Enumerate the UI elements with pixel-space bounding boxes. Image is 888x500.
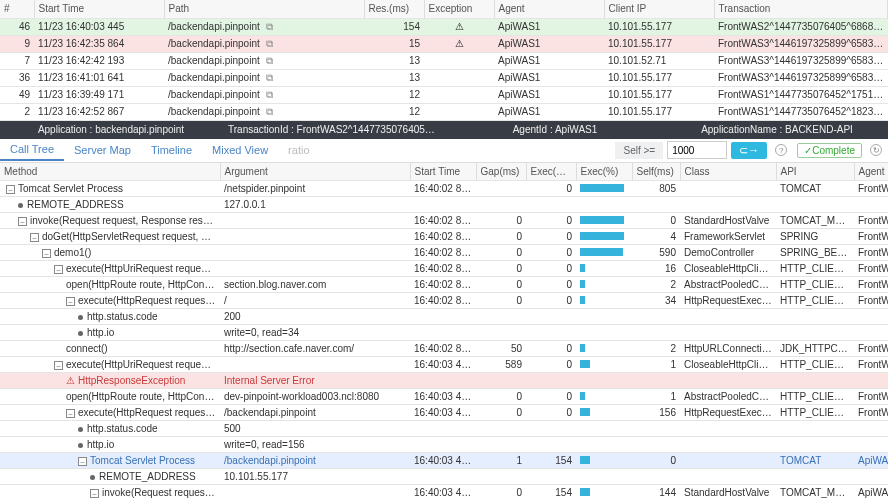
col-header[interactable]: Path: [164, 0, 364, 18]
bug-icon: ⚠: [455, 38, 464, 49]
tree-row[interactable]: execute(HttpRequest request, HttpClientC…: [0, 293, 888, 309]
help-icon[interactable]: ?: [775, 144, 787, 156]
tab-mixed-view[interactable]: Mixed View: [202, 140, 278, 160]
method-name: http.io: [87, 327, 114, 338]
expand-icon[interactable]: [42, 249, 51, 258]
col-header[interactable]: Start Time: [410, 163, 476, 181]
col-header[interactable]: Exec(%): [576, 163, 632, 181]
self-input[interactable]: [667, 141, 727, 159]
link-icon: ⧉: [266, 21, 273, 32]
transactions-body: 4611/23 16:40:03 445/backendapi.pinpoint…: [0, 18, 888, 120]
link-icon: ⧉: [266, 38, 273, 49]
method-name: http.io: [87, 439, 114, 450]
tree-row[interactable]: open(HttpRoute route, HttpContext contex…: [0, 389, 888, 405]
exec-bar: [580, 264, 585, 272]
exec-bar: [580, 344, 585, 352]
tree-row[interactable]: demo1()16:40:02 80100590DemoControllerSP…: [0, 245, 888, 261]
tree-row[interactable]: execute(HttpUriRequest request, Response…: [0, 357, 888, 373]
tree-row[interactable]: http.status.code500: [0, 421, 888, 437]
expand-icon[interactable]: [54, 265, 63, 274]
info-app: Application : backendapi.pinpoint: [0, 124, 222, 135]
tree-row[interactable]: invoke(Request request, Response respons…: [0, 213, 888, 229]
col-header[interactable]: Agent: [854, 163, 888, 181]
col-header[interactable]: Res.(ms): [364, 0, 424, 18]
tree-header: MethodArgumentStart TimeGap(ms)Exec(ms)E…: [0, 163, 888, 181]
method-name: open(HttpRoute route, HttpContext contex…: [66, 279, 220, 290]
expand-icon[interactable]: [78, 457, 87, 466]
exec-bar: [580, 392, 585, 400]
transaction-row[interactable]: 3611/23 16:41:01 641/backendapi.pinpoint…: [0, 69, 888, 86]
exec-bar: [580, 456, 590, 464]
tree-row[interactable]: Tomcat Servlet Process/netspider.pinpoin…: [0, 181, 888, 197]
expand-icon[interactable]: [66, 409, 75, 418]
col-header[interactable]: Exec(ms): [526, 163, 576, 181]
transaction-row[interactable]: 4911/23 16:39:49 171/backendapi.pinpoint…: [0, 86, 888, 103]
tree-row[interactable]: http.iowrite=0, read=34: [0, 325, 888, 341]
link-icon: ⧉: [266, 89, 273, 100]
method-name: invoke(Request request, Response respons…: [102, 487, 220, 498]
method-name: invoke(Request request, Response respons…: [30, 215, 220, 226]
tree-row[interactable]: connect()http://section.cafe.naver.com/1…: [0, 341, 888, 357]
exec-bar: [580, 360, 590, 368]
expand-icon[interactable]: [6, 185, 15, 194]
bug-icon: ⚠: [455, 21, 464, 32]
transaction-row[interactable]: 711/23 16:42:42 193/backendapi.pinpoint …: [0, 52, 888, 69]
method-name: execute(HttpRequest request, HttpClientC…: [78, 295, 220, 306]
col-header[interactable]: Self(ms): [632, 163, 680, 181]
transaction-row[interactable]: 4611/23 16:40:03 445/backendapi.pinpoint…: [0, 18, 888, 35]
info-agent: AgentId : ApiWAS1: [444, 124, 666, 135]
col-header[interactable]: #: [0, 0, 34, 18]
tree-row[interactable]: execute(HttpRequest request, HttpClientC…: [0, 405, 888, 421]
tree-row[interactable]: REMOTE_ADDRESS127.0.0.1: [0, 197, 888, 213]
col-header[interactable]: Method: [0, 163, 220, 181]
tab-timeline[interactable]: Timeline: [141, 140, 202, 160]
col-header[interactable]: Class: [680, 163, 776, 181]
link-icon: ⧉: [266, 106, 273, 117]
bullet-icon: [78, 427, 83, 432]
expand-icon[interactable]: [66, 297, 75, 306]
tree-row[interactable]: invoke(Request request, Response respons…: [0, 485, 888, 501]
exec-bar: [580, 280, 585, 288]
col-header[interactable]: Client IP: [604, 0, 714, 18]
col-header[interactable]: Gap(ms): [476, 163, 526, 181]
method-name: Tomcat Servlet Process: [90, 455, 195, 466]
bullet-icon: [78, 331, 83, 336]
tree-row[interactable]: http.status.code200: [0, 309, 888, 325]
col-header[interactable]: Exception: [424, 0, 494, 18]
tab-bar: Call Tree Server Map Timeline Mixed View…: [0, 139, 888, 163]
method-name: HttpResponseException: [78, 375, 185, 386]
exec-bar: [580, 184, 624, 192]
method-name: REMOTE_ADDRESS: [99, 471, 196, 482]
transaction-row[interactable]: 911/23 16:42:35 864/backendapi.pinpoint …: [0, 35, 888, 52]
tree-row[interactable]: Tomcat Servlet Process/backendapi.pinpoi…: [0, 453, 888, 469]
tree-row[interactable]: doGet(HttpServletRequest request, HttpSe…: [0, 229, 888, 245]
expand-icon[interactable]: [30, 233, 39, 242]
tree-row[interactable]: ⚠HttpResponseExceptionInternal Server Er…: [0, 373, 888, 389]
bullet-icon: [78, 315, 83, 320]
tree-row[interactable]: http.iowrite=0, read=156: [0, 437, 888, 453]
exec-bar: [580, 216, 624, 224]
col-header[interactable]: API: [776, 163, 854, 181]
expand-icon[interactable]: [54, 361, 63, 370]
tab-server-map[interactable]: Server Map: [64, 140, 141, 160]
expand-icon[interactable]: [90, 489, 99, 498]
tree-row[interactable]: open(HttpRoute route, HttpContext contex…: [0, 277, 888, 293]
tab-call-tree[interactable]: Call Tree: [0, 139, 64, 161]
bullet-icon: [78, 443, 83, 448]
method-name: http.status.code: [87, 311, 158, 322]
refresh-icon[interactable]: ↻: [870, 144, 882, 156]
tab-ratio[interactable]: ratio: [278, 140, 319, 160]
transaction-row[interactable]: 211/23 16:42:52 867/backendapi.pinpoint …: [0, 103, 888, 120]
col-header[interactable]: Agent: [494, 0, 604, 18]
tree-row[interactable]: execute(HttpUriRequest request, Response…: [0, 261, 888, 277]
col-header[interactable]: Transaction: [714, 0, 888, 18]
info-appname: ApplicationName : BACKEND-API: [666, 124, 888, 135]
self-go-button[interactable]: ⊂→: [731, 142, 767, 159]
method-name: execute(HttpUriRequest request, Response…: [66, 263, 220, 274]
warn-icon: ⚠: [66, 375, 75, 386]
tree-row[interactable]: REMOTE_ADDRESS10.101.55.177: [0, 469, 888, 485]
col-header[interactable]: Start Time: [34, 0, 164, 18]
call-tree-table: MethodArgumentStart TimeGap(ms)Exec(ms)E…: [0, 163, 888, 501]
col-header[interactable]: Argument: [220, 163, 410, 181]
expand-icon[interactable]: [18, 217, 27, 226]
